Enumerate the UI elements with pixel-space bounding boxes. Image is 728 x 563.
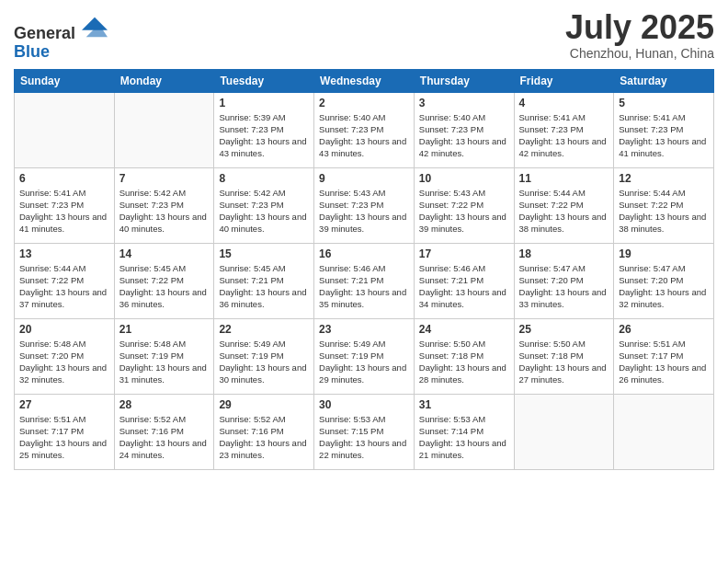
day-info: Sunrise: 5:42 AMSunset: 7:23 PMDaylight:… xyxy=(219,187,309,236)
day-number: 2 xyxy=(319,97,409,109)
calendar-cell: 17Sunrise: 5:46 AMSunset: 7:21 PMDayligh… xyxy=(414,243,514,318)
day-info: Sunrise: 5:46 AMSunset: 7:21 PMDaylight:… xyxy=(419,262,509,311)
logo-blue: Blue xyxy=(14,42,50,61)
day-number: 12 xyxy=(619,172,709,185)
calendar-cell: 8Sunrise: 5:42 AMSunset: 7:23 PMDaylight… xyxy=(214,167,314,243)
location: Chenzhou, Hunan, China xyxy=(565,46,714,61)
calendar-cell xyxy=(514,394,614,469)
day-number: 26 xyxy=(619,323,709,336)
day-info: Sunrise: 5:52 AMSunset: 7:16 PMDaylight:… xyxy=(219,413,309,462)
calendar-cell: 31Sunrise: 5:53 AMSunset: 7:14 PMDayligh… xyxy=(414,394,514,469)
calendar-dow-thursday: Thursday xyxy=(414,69,514,92)
calendar-cell: 12Sunrise: 5:44 AMSunset: 7:22 PMDayligh… xyxy=(614,167,714,243)
calendar-week-row: 20Sunrise: 5:48 AMSunset: 7:20 PMDayligh… xyxy=(15,318,714,394)
day-number: 10 xyxy=(419,172,509,185)
calendar-dow-friday: Friday xyxy=(514,69,614,92)
day-info: Sunrise: 5:40 AMSunset: 7:23 PMDaylight:… xyxy=(319,111,409,160)
day-number: 27 xyxy=(19,398,109,411)
svg-marker-0 xyxy=(82,17,108,30)
calendar-week-row: 27Sunrise: 5:51 AMSunset: 7:17 PMDayligh… xyxy=(15,394,714,469)
page: General Blue July 2025 Chenzhou, Hunan, … xyxy=(0,0,728,563)
day-info: Sunrise: 5:44 AMSunset: 7:22 PMDaylight:… xyxy=(519,187,609,236)
calendar-cell: 22Sunrise: 5:49 AMSunset: 7:19 PMDayligh… xyxy=(214,318,314,394)
calendar-header-row: SundayMondayTuesdayWednesdayThursdayFrid… xyxy=(15,69,714,92)
calendar-cell xyxy=(614,394,714,469)
calendar-dow-tuesday: Tuesday xyxy=(214,69,314,92)
calendar-cell: 25Sunrise: 5:50 AMSunset: 7:18 PMDayligh… xyxy=(514,318,614,394)
calendar-cell: 30Sunrise: 5:53 AMSunset: 7:15 PMDayligh… xyxy=(314,394,415,469)
day-number: 1 xyxy=(219,97,309,109)
calendar-cell xyxy=(15,92,115,167)
day-info: Sunrise: 5:41 AMSunset: 7:23 PMDaylight:… xyxy=(519,111,609,160)
calendar-cell: 18Sunrise: 5:47 AMSunset: 7:20 PMDayligh… xyxy=(514,243,614,318)
day-info: Sunrise: 5:48 AMSunset: 7:19 PMDaylight:… xyxy=(119,338,210,386)
day-number: 21 xyxy=(119,323,210,336)
day-info: Sunrise: 5:51 AMSunset: 7:17 PMDaylight:… xyxy=(19,413,109,462)
day-info: Sunrise: 5:45 AMSunset: 7:22 PMDaylight:… xyxy=(119,262,210,311)
day-number: 9 xyxy=(319,172,409,185)
calendar-week-row: 6Sunrise: 5:41 AMSunset: 7:23 PMDaylight… xyxy=(15,167,714,243)
day-number: 22 xyxy=(219,323,309,336)
day-number: 19 xyxy=(619,247,709,260)
day-number: 11 xyxy=(519,172,609,185)
month-title: July 2025 xyxy=(565,9,714,46)
calendar-cell: 1Sunrise: 5:39 AMSunset: 7:23 PMDaylight… xyxy=(214,92,314,167)
calendar-cell: 16Sunrise: 5:46 AMSunset: 7:21 PMDayligh… xyxy=(314,243,415,318)
day-info: Sunrise: 5:51 AMSunset: 7:17 PMDaylight:… xyxy=(619,338,709,386)
calendar-cell: 27Sunrise: 5:51 AMSunset: 7:17 PMDayligh… xyxy=(15,394,115,469)
day-info: Sunrise: 5:39 AMSunset: 7:23 PMDaylight:… xyxy=(219,111,309,160)
calendar-cell: 3Sunrise: 5:40 AMSunset: 7:23 PMDaylight… xyxy=(414,92,514,167)
day-info: Sunrise: 5:52 AMSunset: 7:16 PMDaylight:… xyxy=(119,413,210,462)
day-info: Sunrise: 5:49 AMSunset: 7:19 PMDaylight:… xyxy=(219,338,309,386)
day-info: Sunrise: 5:44 AMSunset: 7:22 PMDaylight:… xyxy=(619,187,709,236)
day-number: 23 xyxy=(319,323,409,336)
day-info: Sunrise: 5:53 AMSunset: 7:14 PMDaylight:… xyxy=(419,413,509,462)
day-number: 4 xyxy=(519,97,609,109)
calendar-dow-sunday: Sunday xyxy=(15,69,115,92)
day-number: 6 xyxy=(19,172,109,185)
day-number: 5 xyxy=(619,97,709,109)
day-info: Sunrise: 5:42 AMSunset: 7:23 PMDaylight:… xyxy=(119,187,210,236)
day-info: Sunrise: 5:40 AMSunset: 7:23 PMDaylight:… xyxy=(419,111,509,160)
calendar-cell: 4Sunrise: 5:41 AMSunset: 7:23 PMDaylight… xyxy=(514,92,614,167)
day-info: Sunrise: 5:50 AMSunset: 7:18 PMDaylight:… xyxy=(519,338,609,386)
day-info: Sunrise: 5:46 AMSunset: 7:21 PMDaylight:… xyxy=(319,262,409,311)
day-info: Sunrise: 5:43 AMSunset: 7:23 PMDaylight:… xyxy=(319,187,409,236)
day-number: 16 xyxy=(319,247,409,260)
calendar: SundayMondayTuesdayWednesdayThursdayFrid… xyxy=(14,69,714,470)
day-info: Sunrise: 5:41 AMSunset: 7:23 PMDaylight:… xyxy=(619,111,709,160)
day-number: 15 xyxy=(219,247,309,260)
logo: General Blue xyxy=(14,13,108,62)
calendar-cell: 10Sunrise: 5:43 AMSunset: 7:22 PMDayligh… xyxy=(414,167,514,243)
day-info: Sunrise: 5:47 AMSunset: 7:20 PMDaylight:… xyxy=(619,262,709,311)
calendar-cell: 21Sunrise: 5:48 AMSunset: 7:19 PMDayligh… xyxy=(114,318,214,394)
day-number: 3 xyxy=(419,97,509,109)
day-info: Sunrise: 5:45 AMSunset: 7:21 PMDaylight:… xyxy=(219,262,309,311)
day-number: 31 xyxy=(419,398,509,411)
calendar-cell: 2Sunrise: 5:40 AMSunset: 7:23 PMDaylight… xyxy=(314,92,415,167)
day-number: 18 xyxy=(519,247,609,260)
day-info: Sunrise: 5:48 AMSunset: 7:20 PMDaylight:… xyxy=(19,338,109,386)
calendar-dow-wednesday: Wednesday xyxy=(314,69,415,92)
calendar-dow-monday: Monday xyxy=(114,69,214,92)
day-number: 25 xyxy=(519,323,609,336)
day-info: Sunrise: 5:43 AMSunset: 7:22 PMDaylight:… xyxy=(419,187,509,236)
day-info: Sunrise: 5:47 AMSunset: 7:20 PMDaylight:… xyxy=(519,262,609,311)
logo-icon xyxy=(82,13,108,39)
day-number: 20 xyxy=(19,323,109,336)
calendar-cell: 9Sunrise: 5:43 AMSunset: 7:23 PMDaylight… xyxy=(314,167,415,243)
calendar-cell: 15Sunrise: 5:45 AMSunset: 7:21 PMDayligh… xyxy=(214,243,314,318)
day-number: 24 xyxy=(419,323,509,336)
calendar-cell xyxy=(114,92,214,167)
calendar-cell: 14Sunrise: 5:45 AMSunset: 7:22 PMDayligh… xyxy=(114,243,214,318)
title-area: July 2025 Chenzhou, Hunan, China xyxy=(565,9,714,61)
day-number: 13 xyxy=(19,247,109,260)
day-number: 17 xyxy=(419,247,509,260)
day-number: 7 xyxy=(119,172,210,185)
calendar-dow-saturday: Saturday xyxy=(614,69,714,92)
day-number: 8 xyxy=(219,172,309,185)
header: General Blue July 2025 Chenzhou, Hunan, … xyxy=(14,9,714,62)
day-info: Sunrise: 5:44 AMSunset: 7:22 PMDaylight:… xyxy=(19,262,109,311)
day-info: Sunrise: 5:49 AMSunset: 7:19 PMDaylight:… xyxy=(319,338,409,386)
calendar-week-row: 1Sunrise: 5:39 AMSunset: 7:23 PMDaylight… xyxy=(15,92,714,167)
